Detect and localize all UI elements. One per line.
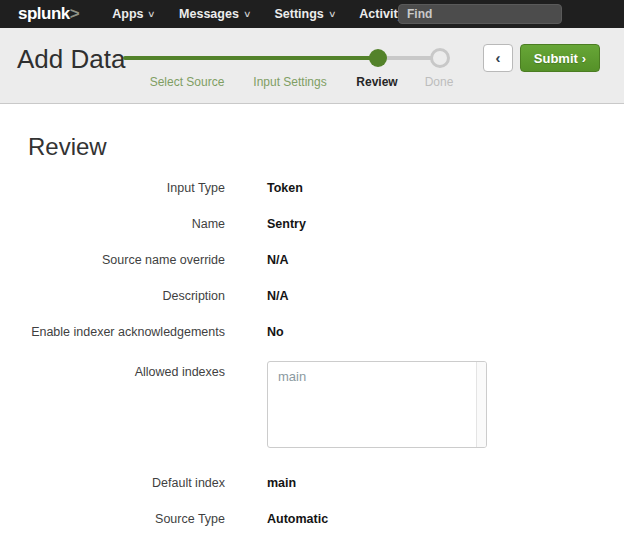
field-label: Input Type (0, 181, 225, 195)
step-done: Done (425, 75, 454, 89)
submit-button-label: Submit (534, 51, 578, 66)
menu-apps-label: Apps (112, 7, 143, 21)
field-label: Default index (0, 476, 225, 490)
step-select-source: Select Source (150, 75, 225, 89)
step-review: Review (356, 75, 397, 89)
field-value: N/A (267, 253, 289, 267)
field-row-input-type: Input Type Token (0, 181, 624, 195)
field-value: No (267, 325, 284, 339)
progress-circle-done-step (430, 48, 450, 68)
chevron-down-icon: ∨ (328, 9, 337, 19)
topbar: splunk> Apps ∨ Messages ∨ Settings ∨ Act… (0, 0, 624, 28)
field-row-source-type: Source Type Automatic (0, 512, 624, 526)
listbox-scrollbar[interactable] (476, 362, 486, 447)
topbar-menus: Apps ∨ Messages ∨ Settings ∨ Activity ∨ (100, 0, 428, 28)
allowed-indexes-listbox[interactable]: main (267, 361, 487, 448)
menu-messages[interactable]: Messages ∨ (167, 0, 262, 28)
field-value: N/A (267, 289, 289, 303)
step-input-settings: Input Settings (253, 75, 326, 89)
field-row-source-name-override: Source name override N/A (0, 253, 624, 267)
chevron-right-icon: › (582, 51, 586, 66)
field-label: Name (0, 217, 225, 231)
field-row-indexer-acknowledgements: Enable indexer acknowledgements No (0, 325, 624, 339)
menu-settings-label: Settings (274, 7, 323, 21)
field-label: Source Type (0, 512, 225, 526)
splunk-logo-mark: > (70, 4, 79, 23)
splunk-logo-text: splunk (18, 4, 70, 23)
field-row-description: Description N/A (0, 289, 624, 303)
review-panel: Review Input Type Token Name Sentry Sour… (0, 104, 624, 526)
field-label: Enable indexer acknowledgements (0, 325, 225, 339)
page-title: Add Data (17, 44, 125, 75)
search-input[interactable] (398, 4, 562, 24)
field-row-default-index: Default index main (0, 476, 624, 490)
field-label: Allowed indexes (0, 361, 225, 379)
field-value: Token (267, 181, 303, 195)
field-value: main (267, 476, 296, 490)
chevron-down-icon: ∨ (243, 9, 252, 19)
splunk-logo[interactable]: splunk> (18, 0, 79, 28)
menu-settings[interactable]: Settings ∨ (262, 0, 347, 28)
field-value: Automatic (267, 512, 328, 526)
field-row-name: Name Sentry (0, 217, 624, 231)
menu-messages-label: Messages (179, 7, 239, 21)
submit-button[interactable]: Submit› (520, 44, 600, 72)
progress-line-complete (123, 56, 378, 60)
field-row-allowed-indexes: Allowed indexes main (0, 361, 624, 448)
back-button[interactable]: ‹ (483, 44, 513, 72)
review-heading: Review (28, 133, 624, 161)
listbox-item-main: main (268, 362, 486, 392)
menu-apps[interactable]: Apps ∨ (100, 0, 167, 28)
field-label: Description (0, 289, 225, 303)
chevron-down-icon: ∨ (147, 9, 156, 19)
progress-dot-current-step (369, 49, 387, 67)
field-label: Source name override (0, 253, 225, 267)
wizard-header: Add Data Select Source Input Settings Re… (0, 28, 624, 104)
chevron-left-icon: ‹ (496, 49, 501, 66)
field-value: Sentry (267, 217, 306, 231)
